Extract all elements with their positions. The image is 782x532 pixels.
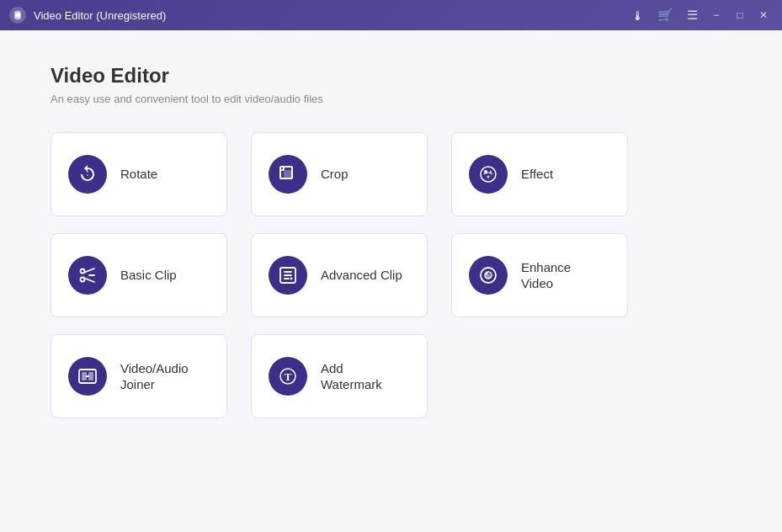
scissors-icon-wrap <box>68 256 107 295</box>
joiner-icon <box>77 366 98 386</box>
rotate-card[interactable]: Rotate <box>51 132 227 216</box>
minimize-button[interactable]: − <box>706 5 726 25</box>
close-button[interactable]: ✕ <box>753 5 774 25</box>
thermometer-icon[interactable]: 🌡 <box>626 7 649 24</box>
watermark-icon-wrap: T <box>269 357 307 396</box>
svg-point-13 <box>486 273 488 275</box>
video-audio-joiner-label: Video/AudioJoiner <box>120 360 189 393</box>
page-title: Video Editor <box>51 64 731 88</box>
effect-card[interactable]: Effect <box>451 132 628 216</box>
menu-icon[interactable]: ☰ <box>682 6 703 24</box>
add-watermark-card[interactable]: T AddWatermark <box>251 334 428 418</box>
advanced-clip-icon-wrap <box>269 256 307 295</box>
crop-card[interactable]: Crop <box>251 132 428 216</box>
advanced-clip-label: Advanced Clip <box>321 267 402 284</box>
basic-clip-label: Basic Clip <box>120 267 177 284</box>
enhance-video-card[interactable]: EnhanceVideo <box>451 233 628 317</box>
svg-point-4 <box>481 167 496 182</box>
svg-point-7 <box>487 176 490 178</box>
window-controls: 🌡 🛒 ☰ − □ ✕ <box>626 5 774 25</box>
scissors-icon <box>77 265 98 285</box>
advanced-clip-card[interactable]: Advanced Clip <box>251 233 428 317</box>
titlebar: Video Editor (Unregistered) 🌡 🛒 ☰ − □ ✕ <box>0 0 782 30</box>
cart-icon[interactable]: 🛒 <box>652 6 678 24</box>
svg-text:T: T <box>285 370 292 383</box>
video-audio-joiner-card[interactable]: Video/AudioJoiner <box>51 334 227 418</box>
enhance-icon-wrap <box>469 256 508 295</box>
crop-icon-wrap <box>269 155 307 194</box>
rotate-icon-wrap <box>68 155 107 194</box>
add-watermark-label: AddWatermark <box>321 360 382 393</box>
rotate-label: Rotate <box>120 166 157 183</box>
crop-icon <box>278 164 298 184</box>
svg-rect-3 <box>284 170 292 178</box>
svg-point-1 <box>15 13 20 18</box>
effect-icon-wrap <box>469 155 508 194</box>
rotate-icon <box>77 164 98 184</box>
advanced-clip-icon <box>278 265 298 285</box>
main-content: Video Editor An easy use and convenient … <box>0 30 782 532</box>
joiner-icon-wrap <box>68 357 107 396</box>
effect-icon <box>478 164 498 184</box>
watermark-icon: T <box>278 366 298 386</box>
effect-label: Effect <box>521 166 553 183</box>
enhance-icon <box>478 265 498 285</box>
app-logo-icon <box>8 6 27 24</box>
maximize-button[interactable]: □ <box>730 5 750 25</box>
basic-clip-card[interactable]: Basic Clip <box>51 233 227 317</box>
titlebar-title: Video Editor (Unregistered) <box>34 9 626 22</box>
feature-grid: Rotate Crop <box>51 132 731 418</box>
page-subtitle: An easy use and convenient tool to edit … <box>51 93 731 105</box>
crop-label: Crop <box>321 166 348 183</box>
enhance-video-label: EnhanceVideo <box>521 259 571 292</box>
